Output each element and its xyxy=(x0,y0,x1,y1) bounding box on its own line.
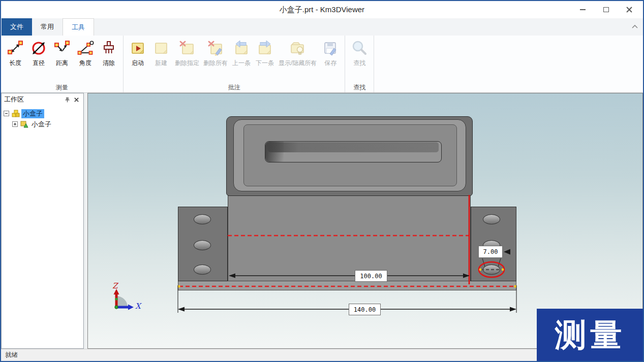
model-slot-back-wall xyxy=(268,142,439,152)
group-annotate: 启动 新建 删除指定 xyxy=(124,36,345,92)
delete-all-icon xyxy=(207,40,224,57)
flange-hole xyxy=(194,214,211,224)
expand-expander-icon[interactable] xyxy=(12,121,18,127)
tab-file[interactable]: 文件 xyxy=(2,18,32,36)
workspace-panel: 工作区 xyxy=(1,93,84,349)
angle-button[interactable]: 角度 xyxy=(74,37,97,69)
minimize-button[interactable] xyxy=(571,1,594,18)
pin-panel-button[interactable] xyxy=(63,95,72,104)
tree-node-label-root[interactable]: 小盒子 xyxy=(21,109,44,118)
window-controls xyxy=(571,1,641,18)
annotation-show-hide-all-button[interactable]: 显示/隐藏所有 xyxy=(277,37,319,69)
annotation-delete-selected-button[interactable]: 删除指定 xyxy=(173,37,201,69)
dimension-label-hole-diameter[interactable]: 7.00 xyxy=(478,246,503,258)
tab-common[interactable]: 常用 xyxy=(32,18,63,36)
maximize-button[interactable] xyxy=(594,1,618,18)
distance-icon xyxy=(53,40,71,57)
delete-selected-icon xyxy=(178,40,196,57)
group-label-annotate: 批注 xyxy=(124,83,345,92)
group-label-find: 查找 xyxy=(345,83,374,92)
part-icon xyxy=(20,120,28,128)
model-tree: 小盒子 小盒子 xyxy=(2,106,83,132)
save-icon xyxy=(322,40,339,57)
close-icon xyxy=(626,7,632,13)
clear-button[interactable]: 清除 xyxy=(97,37,120,69)
status-text: 就绪 xyxy=(5,351,18,359)
annotation-previous-button[interactable]: 上一条 xyxy=(230,37,253,69)
panel-close-icon xyxy=(74,97,79,103)
tree-node-assembly[interactable]: 小盒子 xyxy=(3,108,82,119)
panel-splitter[interactable] xyxy=(84,93,87,349)
tree-node-part[interactable]: 小盒子 xyxy=(11,119,82,129)
length-icon xyxy=(7,40,24,57)
tree-node-label-child[interactable]: 小盒子 xyxy=(30,120,53,129)
dimension-label-inner-width[interactable]: 100.00 xyxy=(355,270,387,282)
group-label-measure: 测量 xyxy=(1,83,123,92)
window-title: 小盒子.prt - Km3DViewer xyxy=(280,5,364,15)
start-annotation-icon xyxy=(129,40,146,57)
model-body xyxy=(228,194,471,285)
close-button[interactable] xyxy=(618,1,641,18)
diameter-icon xyxy=(30,40,47,57)
next-annotation-icon xyxy=(256,40,273,57)
annotation-save-button[interactable]: 保存 xyxy=(319,37,342,69)
length-button[interactable]: 长度 xyxy=(4,37,27,69)
minimize-icon xyxy=(580,9,586,10)
annotation-new-button[interactable]: 新建 xyxy=(149,37,173,69)
model-slot-left-shading xyxy=(265,142,284,162)
search-icon xyxy=(351,40,368,57)
maximize-icon xyxy=(603,7,609,12)
workspace-panel-header: 工作区 xyxy=(2,93,83,106)
annotation-delete-all-button[interactable]: 删除所有 xyxy=(201,37,230,69)
angle-icon xyxy=(77,40,94,57)
flange-hole-measured xyxy=(483,265,500,275)
collapse-expander-icon[interactable] xyxy=(4,111,9,116)
distance-button[interactable]: 距离 xyxy=(50,37,74,69)
axis-label-x: X xyxy=(135,302,141,311)
ribbon: 长度 直径 距离 xyxy=(1,36,643,93)
assembly-icon xyxy=(11,109,20,118)
find-button[interactable]: 查找 xyxy=(348,37,371,69)
flange-hole xyxy=(194,240,211,250)
flange-hole xyxy=(483,214,500,224)
close-panel-button[interactable] xyxy=(72,95,81,104)
diameter-button[interactable]: 直径 xyxy=(27,37,50,69)
axis-label-z: Z xyxy=(112,281,117,290)
group-find: 查找 查找 xyxy=(345,36,374,92)
annotation-next-button[interactable]: 下一条 xyxy=(253,37,277,69)
tab-tools[interactable]: 工具 xyxy=(63,18,94,36)
ribbon-collapse-button[interactable] xyxy=(631,23,639,32)
previous-annotation-icon xyxy=(233,40,250,57)
annotation-start-button[interactable]: 启动 xyxy=(126,37,149,69)
app-window: 小盒子.prt - Km3DViewer 文件 常用 工具 xyxy=(0,0,644,362)
pin-icon xyxy=(64,96,71,103)
model-base-strip xyxy=(178,281,516,290)
clear-brush-icon xyxy=(100,40,117,57)
chevron-up-icon xyxy=(631,23,639,30)
dimension-label-outer-width[interactable]: 140.00 xyxy=(349,304,381,315)
ribbon-tabs: 文件 常用 工具 xyxy=(1,18,643,36)
titlebar: 小盒子.prt - Km3DViewer xyxy=(1,1,643,18)
workspace-panel-title: 工作区 xyxy=(4,95,63,104)
new-annotation-icon xyxy=(152,40,170,57)
group-measure: 长度 直径 距离 xyxy=(1,36,124,92)
flange-hole xyxy=(194,265,211,275)
show-hide-all-icon xyxy=(289,40,306,57)
measure-mode-watermark: 测量 xyxy=(537,309,644,361)
